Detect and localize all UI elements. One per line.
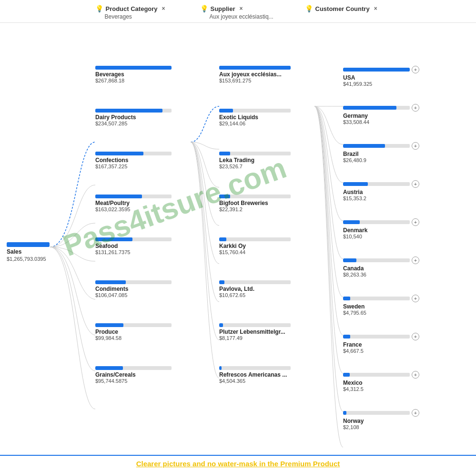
supplier-name-1: Exotic Liquids bbox=[219, 114, 319, 121]
product-value-3: $163,022.3595 bbox=[95, 206, 195, 212]
country-bar-1 bbox=[343, 106, 410, 110]
country-name-4: Denmark bbox=[343, 227, 453, 234]
country-value-8: $4,312.5 bbox=[343, 386, 453, 392]
country-name-7: France bbox=[343, 341, 453, 348]
country-item-8: + Mexico $4,312.5 bbox=[343, 371, 453, 392]
country-value-7: $4,667.5 bbox=[343, 348, 453, 354]
product-item-4: Seafood $131,261.7375 bbox=[95, 237, 195, 255]
filter-product-category-close[interactable]: × bbox=[162, 5, 165, 12]
country-plus-5[interactable]: + bbox=[412, 257, 419, 264]
product-bar-5 bbox=[95, 280, 172, 284]
product-bar-fill-0 bbox=[95, 66, 172, 70]
country-plus-9[interactable]: + bbox=[412, 409, 419, 417]
root-label: Sales bbox=[7, 248, 50, 256]
filter-customer-country-label: Customer Country bbox=[315, 5, 370, 12]
country-bar-fill-3 bbox=[343, 182, 368, 186]
country-bar-6 bbox=[343, 297, 410, 300]
country-item-6: + Sweden $4,795.65 bbox=[343, 295, 453, 316]
product-bar-1 bbox=[95, 109, 172, 113]
country-bar-fill-5 bbox=[343, 258, 356, 262]
root-value: $1,265,793.0395 bbox=[7, 256, 50, 262]
filter-supplier-value: Aux joyeux ecclésiastiq... bbox=[200, 13, 273, 20]
country-name-9: Norway bbox=[343, 418, 453, 424]
supplier-value-1: $29,144.06 bbox=[219, 121, 319, 126]
country-item-3: + Austria $15,353.2 bbox=[343, 180, 453, 201]
supplier-bar-2 bbox=[219, 152, 291, 155]
product-item-7: Grains/Cereals $95,744.5875 bbox=[95, 366, 195, 384]
country-item-7: + France $4,667.5 bbox=[343, 333, 453, 354]
country-bar-3 bbox=[343, 182, 410, 186]
country-bar-fill-7 bbox=[343, 335, 350, 339]
supplier-bar-6 bbox=[219, 323, 291, 327]
supplier-bar-0 bbox=[219, 66, 291, 70]
supplier-bar-fill-2 bbox=[219, 152, 230, 155]
supplier-item-2: Leka Trading $23,526.7 bbox=[219, 152, 319, 169]
country-value-5: $8,263.36 bbox=[343, 272, 453, 277]
product-bar-7 bbox=[95, 366, 172, 370]
product-bar-fill-5 bbox=[95, 280, 126, 284]
country-plus-3[interactable]: + bbox=[412, 180, 419, 188]
supplier-name-0: Aux joyeux ecclésias... bbox=[219, 71, 319, 78]
country-bar-fill-4 bbox=[343, 220, 360, 224]
country-plus-2[interactable]: + bbox=[412, 142, 419, 150]
product-name-5: Condiments bbox=[95, 286, 195, 292]
country-plus-7[interactable]: + bbox=[412, 333, 419, 340]
country-bar-8 bbox=[343, 373, 410, 377]
supplier-name-6: Plutzer Lebensmittelgr... bbox=[219, 328, 319, 335]
country-bar-7 bbox=[343, 335, 410, 339]
country-plus-8[interactable]: + bbox=[412, 371, 419, 379]
country-plus-1[interactable]: + bbox=[412, 104, 419, 112]
country-plus-6[interactable]: + bbox=[412, 295, 419, 302]
product-bar-4 bbox=[95, 237, 172, 241]
country-plus-0[interactable]: + bbox=[412, 66, 419, 73]
country-value-6: $4,795.65 bbox=[343, 310, 453, 316]
bulb-icon-country: 💡 bbox=[305, 5, 313, 12]
root-node: Sales $1,265,793.0395 bbox=[7, 242, 50, 262]
product-name-3: Meat/Poultry bbox=[95, 200, 195, 206]
premium-link[interactable]: Clearer pictures and no water-mask in th… bbox=[136, 460, 340, 468]
product-item-3: Meat/Poultry $163,022.3595 bbox=[95, 195, 195, 212]
supplier-bar-fill-1 bbox=[219, 109, 233, 113]
product-value-1: $234,507.285 bbox=[95, 121, 195, 126]
country-value-3: $15,353.2 bbox=[343, 195, 453, 201]
root-bar-fill bbox=[7, 242, 50, 247]
supplier-bar-7 bbox=[219, 366, 291, 370]
supplier-item-1: Exotic Liquids $29,144.06 bbox=[219, 109, 319, 126]
supplier-bar-fill-5 bbox=[219, 280, 224, 284]
supplier-item-7: Refrescos Americanas ... $4,504.365 bbox=[219, 366, 319, 384]
product-item-0: Beverages $267,868.18 bbox=[95, 66, 195, 83]
product-name-4: Seafood bbox=[95, 243, 195, 249]
product-bar-fill-3 bbox=[95, 195, 142, 198]
product-item-2: Confections $167,357.225 bbox=[95, 152, 195, 169]
filter-supplier-label: Supplier bbox=[211, 5, 235, 12]
product-name-0: Beverages bbox=[95, 71, 195, 78]
product-value-4: $131,261.7375 bbox=[95, 249, 195, 255]
product-bar-0 bbox=[95, 66, 172, 70]
country-name-3: Austria bbox=[343, 189, 453, 195]
country-bar-fill-6 bbox=[343, 297, 350, 300]
country-bar-2 bbox=[343, 144, 410, 148]
filter-supplier: 💡 Supplier × Aux joyeux ecclésiastiq... bbox=[200, 5, 276, 20]
supplier-value-2: $23,526.7 bbox=[219, 164, 319, 169]
country-item-9: + Norway $2,108 bbox=[343, 409, 453, 430]
product-value-6: $99,984.58 bbox=[95, 335, 195, 341]
filter-supplier-close[interactable]: × bbox=[240, 5, 243, 12]
supplier-name-4: Karkki Oy bbox=[219, 243, 319, 249]
country-name-5: Canada bbox=[343, 265, 453, 272]
product-name-6: Produce bbox=[95, 328, 195, 335]
product-bar-fill-6 bbox=[95, 323, 123, 327]
supplier-bar-fill-6 bbox=[219, 323, 223, 327]
supplier-bar-1 bbox=[219, 109, 291, 113]
supplier-name-5: Pavlova, Ltd. bbox=[219, 286, 319, 292]
supplier-value-0: $153,691.275 bbox=[219, 78, 319, 83]
country-plus-4[interactable]: + bbox=[412, 218, 419, 226]
supplier-value-3: $22,391.2 bbox=[219, 206, 319, 212]
country-value-1: $33,508.44 bbox=[343, 119, 453, 125]
country-value-2: $26,480.9 bbox=[343, 157, 453, 163]
product-item-5: Condiments $106,047.085 bbox=[95, 280, 195, 298]
supplier-bar-fill-0 bbox=[219, 66, 291, 70]
filter-customer-country-close[interactable]: × bbox=[374, 5, 377, 12]
product-bar-2 bbox=[95, 152, 172, 155]
supplier-item-0: Aux joyeux ecclésias... $153,691.275 bbox=[219, 66, 319, 83]
filter-customer-country: 💡 Customer Country × bbox=[305, 5, 381, 20]
